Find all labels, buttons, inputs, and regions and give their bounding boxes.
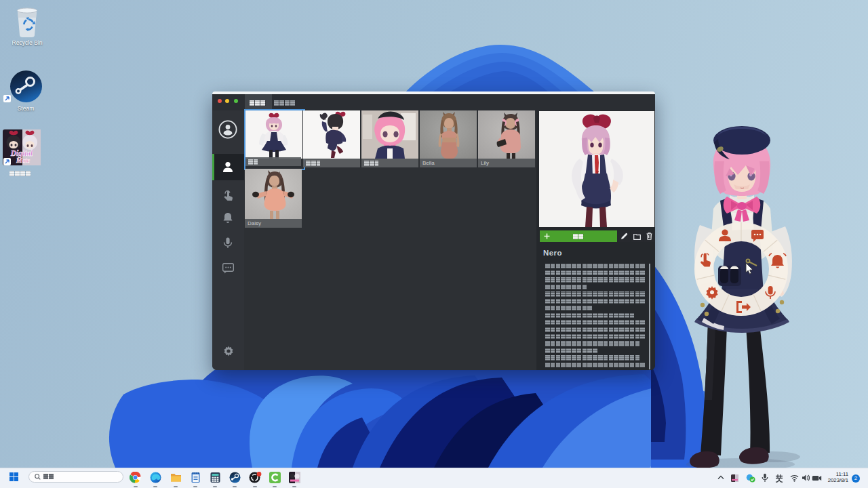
svg-text:Mate: Mate [16,157,31,164]
